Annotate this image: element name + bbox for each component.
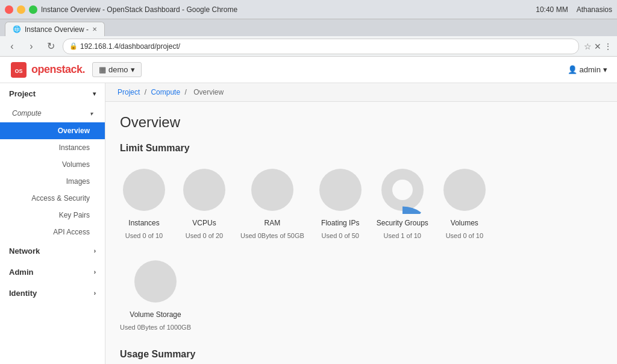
limit-summary-grid: Instances Used 0 of 10 VCPUs Used 0 of 2…: [120, 166, 603, 239]
admin-button[interactable]: 👤 admin ▾: [568, 65, 607, 74]
breadcrumb-sep2: /: [184, 88, 186, 96]
sidebar-project-label: Project: [9, 89, 36, 98]
secure-icon: 🔒: [69, 42, 78, 50]
limit-ram: RAM Used 0Bytes of 50GB: [240, 166, 304, 239]
sidebar-images-item[interactable]: Images: [0, 173, 105, 190]
project-chevron: ▾: [131, 65, 135, 74]
tab-label: Instance Overview -: [25, 25, 89, 34]
limit-security-groups: Security Groups Used 1 of 10: [377, 166, 428, 239]
admin-chevron-icon: ›: [94, 269, 96, 275]
sidebar-network-header[interactable]: Network ›: [0, 240, 105, 262]
breadcrumb-project[interactable]: Project: [117, 88, 140, 96]
volume-storage-circle: [131, 257, 180, 306]
sidebar-api-access-item[interactable]: API Access: [0, 224, 105, 240]
sidebar-admin-section: Admin ›: [0, 262, 105, 283]
svg-point-10: [134, 260, 177, 303]
sidebar-admin-header[interactable]: Admin ›: [0, 262, 105, 283]
admin-icon: 👤: [568, 65, 577, 74]
images-label: Images: [66, 177, 90, 186]
svg-point-2: [123, 169, 165, 211]
limit-summary-title: Limit Summary: [120, 143, 603, 154]
limit-instances: Instances Used 0 of 10: [120, 166, 168, 239]
volumes-label: Volumes: [62, 160, 90, 169]
sidebar-access-security-item[interactable]: Access & Security: [0, 190, 105, 207]
tab-close-btn[interactable]: ✕: [92, 26, 97, 33]
project-selector[interactable]: ▦ demo ▾: [92, 62, 142, 77]
compute-chevron-icon: ▾: [90, 110, 93, 117]
admin-nav-label: Admin: [9, 268, 33, 277]
browser-user: Athanasios: [577, 5, 612, 14]
limit-volume-storage: Volume Storage Used 0Bytes of 1000GB: [120, 257, 191, 331]
instances-usage: Used 0 of 10: [125, 232, 163, 239]
admin-label: admin: [580, 65, 601, 74]
openstack-logo: OS openstack.: [10, 61, 85, 79]
header-right: 👤 admin ▾: [568, 65, 607, 74]
close-btn[interactable]: ✕: [594, 42, 601, 51]
instances-label: Instances: [59, 143, 90, 152]
ram-circle: [248, 166, 296, 214]
vcpus-circle: [180, 166, 228, 214]
admin-chevron: ▾: [603, 65, 607, 74]
security-groups-label: Security Groups: [377, 219, 428, 227]
limit-vcpus: VCPUs Used 0 of 20: [180, 166, 228, 239]
url-box[interactable]: 🔒 192.168.1.4/dashboard/project/: [63, 39, 579, 54]
usage-summary-section: Usage Summary Select a period of time to…: [120, 349, 603, 364]
sidebar-network-section: Network ›: [0, 240, 105, 262]
floating-ips-circle: [316, 166, 365, 214]
refresh-button[interactable]: ↻: [43, 39, 58, 54]
security-groups-usage: Used 1 of 10: [384, 232, 421, 239]
sidebar-identity-section: Identity ›: [0, 283, 105, 304]
volumes-usage: Used 0 of 10: [446, 232, 483, 239]
access-security-label: Access & Security: [31, 194, 90, 202]
browser-title: Instance Overview - OpenStack Dashboard …: [41, 5, 532, 14]
sidebar-project-section: Project ▾ Compute ▾ Overview Instances V…: [0, 83, 105, 240]
security-groups-circle: [378, 166, 427, 214]
volume-storage-label: Volume Storage: [130, 310, 181, 319]
back-button[interactable]: ‹: [5, 39, 19, 54]
breadcrumb-sep1: /: [145, 88, 146, 96]
project-icon: ▦: [99, 65, 106, 74]
bookmark-btn[interactable]: ☆: [584, 42, 592, 51]
limit-volumes: Volumes Used 0 of 10: [440, 166, 489, 239]
breadcrumb-compute[interactable]: Compute: [151, 88, 180, 96]
sidebar-instances-item[interactable]: Instances: [0, 139, 105, 156]
openstack-logo-svg: OS: [10, 61, 28, 79]
window-min-btn[interactable]: [17, 5, 25, 14]
logo-text: openstack.: [31, 63, 85, 76]
sidebar-identity-header[interactable]: Identity ›: [0, 283, 105, 304]
network-label: Network: [9, 246, 40, 256]
main-content: Project / Compute / Overview Overview Li…: [105, 83, 617, 364]
breadcrumb: Project / Compute / Overview: [105, 83, 617, 102]
limit-summary-row2: Volume Storage Used 0Bytes of 1000GB: [120, 257, 603, 331]
browser-bar: Instance Overview - OpenStack Dashboard …: [0, 0, 617, 19]
breadcrumb-overview: Overview: [193, 88, 224, 96]
project-chevron-icon: ▾: [93, 90, 96, 97]
menu-btn[interactable]: ⋮: [604, 42, 612, 51]
network-chevron-icon: ›: [94, 248, 96, 254]
volumes-label: Volumes: [451, 219, 478, 227]
page-title: Overview: [120, 114, 603, 131]
sidebar-volumes-item[interactable]: Volumes: [0, 156, 105, 173]
svg-point-8: [392, 180, 413, 200]
url-text: 192.168.1.4/dashboard/project/: [80, 42, 180, 51]
content-area: Overview Limit Summary Instances Used 0 …: [105, 102, 617, 364]
instances-circle: [120, 166, 168, 214]
browser-tab[interactable]: 🌐 Instance Overview - ✕: [5, 22, 105, 36]
sidebar-key-pairs-item[interactable]: Key Pairs: [0, 207, 105, 224]
volumes-circle: [440, 166, 489, 214]
vcpus-usage: Used 0 of 20: [186, 232, 223, 239]
vcpus-label: VCPUs: [192, 219, 216, 227]
sidebar-overview-item[interactable]: Overview: [0, 122, 105, 139]
svg-point-3: [183, 169, 225, 211]
sidebar-compute-header[interactable]: Compute ▾: [0, 104, 105, 122]
identity-label: Identity: [9, 289, 37, 298]
sidebar-project-header[interactable]: Project ▾: [0, 83, 105, 104]
tab-bar: 🌐 Instance Overview - ✕: [0, 19, 617, 36]
svg-text:OS: OS: [14, 68, 22, 74]
window-max-btn[interactable]: [29, 5, 37, 14]
api-access-label: API Access: [53, 228, 90, 236]
app-header: OS openstack. ▦ demo ▾ 👤 admin ▾: [0, 57, 617, 83]
identity-chevron-icon: ›: [94, 290, 96, 297]
window-close-btn[interactable]: [5, 5, 13, 14]
forward-button[interactable]: ›: [24, 39, 39, 54]
